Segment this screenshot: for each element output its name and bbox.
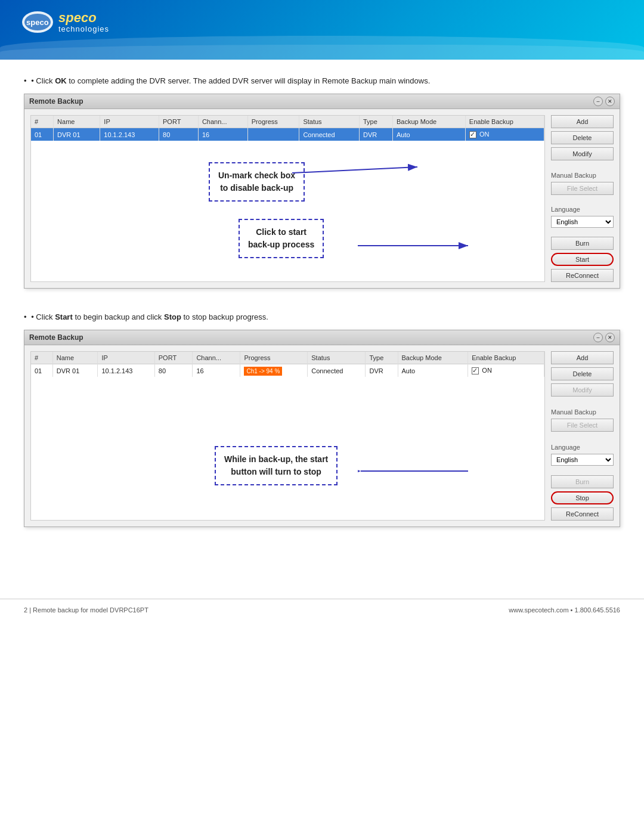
window1-title: Remote Backup — [29, 97, 83, 106]
window1-sidebar: Add Delete Modify Manual Backup File Sel… — [551, 115, 614, 282]
window2-controls[interactable]: – ✕ — [593, 333, 615, 342]
instruction1-prefix: • Click — [31, 76, 55, 85]
instruction2-mid: to begin backup and click — [73, 312, 164, 321]
col-port: PORT — [159, 116, 199, 128]
language-label: Language — [551, 206, 614, 213]
arrow3 — [358, 462, 477, 480]
modify-button[interactable]: Modify — [551, 147, 614, 160]
minimize-button-2[interactable]: – — [593, 333, 603, 342]
close-button[interactable]: ✕ — [605, 97, 615, 106]
cell-enable-backup: ON — [465, 128, 544, 141]
cell2-status: Connected — [308, 364, 366, 377]
window2-titlebar: Remote Backup – ✕ — [24, 330, 620, 345]
window1: Remote Backup – ✕ # Name IP — [24, 94, 620, 289]
manual-backup-label-2: Manual Backup — [551, 408, 614, 416]
modify-button-2[interactable]: Modify — [551, 383, 614, 397]
cell2-progress: Ch1 -> 94 % — [240, 364, 308, 377]
svg-text:speco: speco — [26, 18, 49, 27]
callout-start-line1: Click to start — [256, 227, 306, 237]
col-enable-backup: Enable Backup — [465, 116, 544, 128]
col-name: Name — [54, 116, 100, 128]
table2-row[interactable]: 01 DVR 01 10.1.2.143 80 16 Ch1 -> 94 % C… — [31, 364, 544, 377]
language-select-2[interactable]: English — [551, 454, 614, 466]
language-select[interactable]: English — [551, 216, 614, 228]
col2-chann: Chann... — [193, 352, 240, 364]
arrow1 — [292, 158, 423, 188]
logo-area: speco speco technologies — [21, 11, 109, 33]
window2-title: Remote Backup — [29, 333, 83, 342]
window2-sidebar: Add Delete Modify Manual Backup File Sel… — [551, 351, 614, 521]
header: speco speco technologies — [0, 0, 644, 60]
header-wave2 — [0, 45, 644, 60]
file-select-button[interactable]: File Select — [551, 182, 614, 195]
callout-unmark: Un-mark check box to disable back-up — [209, 162, 305, 202]
minimize-button[interactable]: – — [593, 97, 603, 106]
cell-name: DVR 01 — [54, 128, 100, 141]
callout-start: Click to start back-up process — [239, 219, 324, 258]
add-button[interactable]: Add — [551, 115, 614, 128]
cell-status: Connected — [299, 128, 360, 141]
footer-left: 2 | Remote backup for model DVRPC16PT — [24, 606, 148, 614]
cell-port: 80 — [159, 128, 199, 141]
window1-table: # Name IP PORT Chann... Progress Status … — [31, 116, 544, 141]
delete-button-2[interactable]: Delete — [551, 367, 614, 380]
cell2-chann: 16 — [193, 364, 240, 377]
speco-logo-icon: speco — [21, 11, 54, 33]
cell-progress — [247, 128, 299, 141]
instruction2-suffix: to stop backup progress. — [181, 312, 268, 321]
cell-chann: 16 — [198, 128, 247, 141]
instruction1-bold: OK — [55, 76, 67, 85]
col-status: Status — [299, 116, 360, 128]
instruction-1: • • Click OK to complete adding the DVR … — [24, 76, 620, 85]
col2-ip: IP — [98, 352, 154, 364]
window1-controls[interactable]: – ✕ — [593, 97, 615, 106]
burn-button[interactable]: Burn — [551, 237, 614, 250]
language-label-2: Language — [551, 444, 614, 451]
burn-button-2[interactable]: Burn — [551, 475, 614, 488]
col2-port: PORT — [154, 352, 193, 364]
add-button-2[interactable]: Add — [551, 351, 614, 364]
callout-start-line2: back-up process — [248, 240, 314, 249]
cell2-name: DVR 01 — [52, 364, 98, 377]
stop-button[interactable]: Stop — [551, 491, 614, 504]
svg-line-4 — [292, 167, 417, 173]
col2-num: # — [31, 352, 52, 364]
enable-backup-label: ON — [479, 131, 490, 138]
footer-right: www.specotech.com • 1.800.645.5516 — [509, 606, 620, 614]
cell2-port: 80 — [154, 364, 193, 377]
cell-num: 01 — [31, 128, 54, 141]
cell2-type: DVR — [366, 364, 398, 377]
enable-backup-checkbox[interactable] — [469, 131, 476, 138]
enable-backup-label-2: ON — [482, 367, 492, 374]
logo-name: speco — [58, 11, 109, 25]
instruction-2: • • Click Start to begin backup and clic… — [24, 312, 620, 321]
callout-unmark-line2: to disable back-up — [220, 183, 293, 193]
table-row[interactable]: 01 DVR 01 10.1.2.143 80 16 Connected DVR… — [31, 128, 544, 141]
col2-enable-backup: Enable Backup — [468, 352, 544, 364]
start-button[interactable]: Start — [551, 253, 614, 266]
table-header-row: # Name IP PORT Chann... Progress Status … — [31, 116, 544, 128]
col-type: Type — [359, 116, 392, 128]
close-button-2[interactable]: ✕ — [605, 333, 615, 342]
file-select-button-2[interactable]: File Select — [551, 419, 614, 432]
instruction2-bold: Start — [55, 312, 73, 321]
col2-progress: Progress — [240, 352, 308, 364]
col2-name: Name — [52, 352, 98, 364]
reconnect-button[interactable]: ReConnect — [551, 269, 614, 282]
window2-table: # Name IP PORT Chann... Progress Status … — [31, 352, 544, 377]
table2-header-row: # Name IP PORT Chann... Progress Status … — [31, 352, 544, 364]
delete-button[interactable]: Delete — [551, 131, 614, 144]
cell-backup-mode: Auto — [392, 128, 465, 141]
col-progress: Progress — [247, 116, 299, 128]
callout-stop: While in back-up, the start button will … — [215, 446, 338, 485]
window2: Remote Backup – ✕ # Name IP — [24, 330, 620, 527]
instruction1-suffix: to complete adding the DVR server. The a… — [67, 76, 431, 85]
instruction2-prefix: • Click — [31, 312, 55, 321]
main-content: • • Click OK to complete adding the DVR … — [0, 60, 644, 563]
progress-indicator: Ch1 -> 94 % — [244, 367, 282, 376]
logo-tagline: technologies — [58, 25, 109, 33]
reconnect-button-2[interactable]: ReConnect — [551, 507, 614, 521]
col-backup-mode: Backup Mode — [392, 116, 465, 128]
enable-backup-checkbox-2[interactable] — [472, 367, 479, 374]
cell2-enable-backup: ON — [468, 364, 544, 377]
